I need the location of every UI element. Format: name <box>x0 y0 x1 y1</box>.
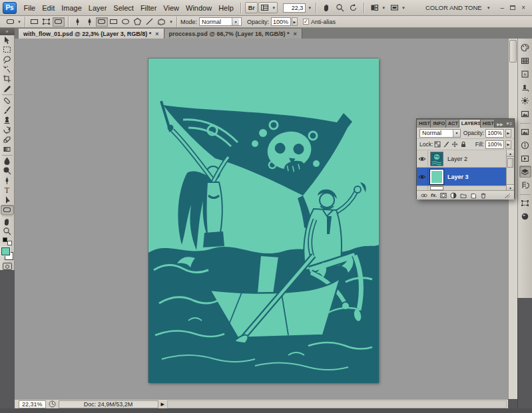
delete-layer-icon[interactable] <box>480 192 487 199</box>
tab-layers[interactable]: LAYERS <box>459 120 481 128</box>
adjustments-panel-button[interactable] <box>519 94 531 106</box>
layer-list-scrollbar[interactable]: ▲ ▼ <box>506 150 514 191</box>
zoom-tool[interactable] <box>1 226 14 236</box>
arrange-documents-button[interactable]: ▼ <box>368 2 388 13</box>
move-tool[interactable] <box>1 35 14 45</box>
horizontal-scrollbar[interactable] <box>167 400 507 408</box>
layer-thumbnail[interactable] <box>430 152 443 166</box>
scroll-up-icon[interactable]: ▲ <box>507 150 514 157</box>
path-selection-tool[interactable] <box>1 195 14 205</box>
color-panel-button[interactable] <box>519 41 531 53</box>
close-button[interactable]: × <box>521 5 525 11</box>
opacity-field[interactable]: 100% <box>271 17 291 26</box>
close-icon[interactable]: × <box>155 31 158 37</box>
new-group-icon[interactable] <box>460 192 467 199</box>
new-layer-icon[interactable] <box>470 192 477 199</box>
visibility-toggle[interactable] <box>417 168 428 186</box>
chevron-down-icon[interactable]: ▼ <box>308 6 312 10</box>
vertical-scrollbar[interactable] <box>508 39 517 399</box>
pen-tool[interactable] <box>1 176 14 186</box>
zoom-tool-button[interactable] <box>334 2 346 13</box>
layer-thumbnail[interactable] <box>430 186 443 190</box>
shape-layers-button[interactable] <box>29 17 41 27</box>
menu-window[interactable]: Window <box>183 1 215 15</box>
menu-file[interactable]: File <box>21 1 39 15</box>
clone-stamp-tool[interactable] <box>1 115 14 125</box>
foreground-color-swatch[interactable] <box>1 247 10 255</box>
opacity-slider-button[interactable]: ▶ <box>292 17 298 26</box>
scrollbar-thumb[interactable] <box>507 158 513 168</box>
menu-select[interactable]: Select <box>111 1 137 15</box>
marquee-tool[interactable] <box>1 45 14 55</box>
paths-button[interactable] <box>41 17 53 27</box>
panel-resize-grip[interactable] <box>505 193 510 198</box>
document-tab-active[interactable]: with_flow_01.psd @ 22,3% (Layer 3, RGB/8… <box>19 29 164 39</box>
launch-bridge-button[interactable]: Br <box>245 2 258 13</box>
rotate-view-button[interactable] <box>347 2 360 13</box>
lock-position-icon[interactable] <box>451 141 458 148</box>
styles-panel-button[interactable] <box>519 68 531 80</box>
pen-tool-button[interactable] <box>72 17 84 27</box>
crop-tool[interactable] <box>1 74 14 84</box>
zoom-percentage-field[interactable]: 22,31% <box>19 400 46 408</box>
polygon-button[interactable] <box>132 17 144 27</box>
lock-all-icon[interactable] <box>460 141 467 148</box>
tool-preset-picker[interactable] <box>4 17 16 27</box>
blur-tool[interactable] <box>1 156 14 166</box>
scrollbar-thumb[interactable] <box>509 40 517 63</box>
close-icon[interactable]: × <box>293 31 296 37</box>
history-brush-tool[interactable] <box>1 125 14 135</box>
menu-layer[interactable]: Layer <box>85 1 110 15</box>
layer-opacity-field[interactable]: 100% <box>485 129 504 138</box>
clone-source-panel-button[interactable] <box>519 81 531 93</box>
layer-row-selected[interactable]: Layer 3 <box>417 168 514 186</box>
antialias-checkbox[interactable]: ✓ <box>303 19 309 25</box>
canvas-area[interactable] <box>15 39 508 399</box>
tab-history[interactable]: HIST <box>481 120 495 128</box>
fill-slider-button[interactable]: ▶ <box>505 140 511 149</box>
zoom-level-field[interactable]: 22,3 <box>283 3 306 13</box>
document-canvas[interactable] <box>148 58 378 382</box>
quick-selection-tool[interactable] <box>1 65 14 74</box>
adjustment-layer-icon[interactable] <box>450 192 457 199</box>
kuler-panel-button[interactable] <box>519 210 531 222</box>
blend-mode-select[interactable]: Normal ▼ <box>199 17 242 26</box>
rectangle-button[interactable] <box>108 17 120 27</box>
layer-fill-field[interactable]: 100% <box>485 140 504 149</box>
history-panel-button[interactable] <box>519 179 531 191</box>
freeform-pen-button[interactable] <box>84 17 96 27</box>
layers-panel-button[interactable] <box>519 166 531 178</box>
visibility-toggle[interactable] <box>417 150 428 167</box>
lock-pixels-icon[interactable] <box>443 141 449 148</box>
default-colors-control[interactable] <box>3 237 12 245</box>
actions-panel-button[interactable] <box>519 152 531 164</box>
gradient-tool[interactable] <box>1 144 14 154</box>
transform-panel-button[interactable] <box>519 197 531 209</box>
tab-actions[interactable]: ACT <box>446 120 459 128</box>
document-tab-inactive[interactable]: proccess.psd @ 66,7% (Layer 16, RGB/8) *… <box>164 29 302 39</box>
layer-blend-mode-select[interactable]: Normal ▼ <box>419 129 461 138</box>
menu-image[interactable]: Image <box>59 1 85 15</box>
brush-tool[interactable] <box>1 105 14 115</box>
chevron-down-icon[interactable]: ▼ <box>17 20 21 24</box>
healing-brush-tool[interactable] <box>1 96 14 106</box>
layer-row[interactable]: Layer 2 <box>417 150 514 168</box>
fill-pixels-button[interactable] <box>53 17 65 27</box>
rounded-rectangle-tool[interactable] <box>1 205 14 215</box>
panel-menu-icon[interactable]: ▼≡ <box>506 122 512 126</box>
eraser-tool[interactable] <box>1 134 14 144</box>
masks-panel-button[interactable] <box>519 108 531 120</box>
menu-edit[interactable]: Edit <box>39 1 58 15</box>
toolbox-collapse-button[interactable]: » <box>0 28 15 35</box>
scroll-down-icon[interactable]: ▼ <box>507 184 514 191</box>
lasso-tool[interactable] <box>1 55 14 65</box>
restore-button[interactable] <box>510 5 515 10</box>
minimize-button[interactable]: – <box>501 5 505 11</box>
custom-shape-button[interactable] <box>156 17 168 27</box>
info-panel-button[interactable] <box>519 139 531 151</box>
menu-help[interactable]: Help <box>216 1 237 15</box>
layer-thumbnail[interactable] <box>430 170 443 184</box>
rounded-rectangle-button[interactable] <box>96 17 108 27</box>
view-extras-button[interactable]: ▼ <box>258 2 278 13</box>
tab-histogram[interactable]: HIST <box>417 120 431 128</box>
